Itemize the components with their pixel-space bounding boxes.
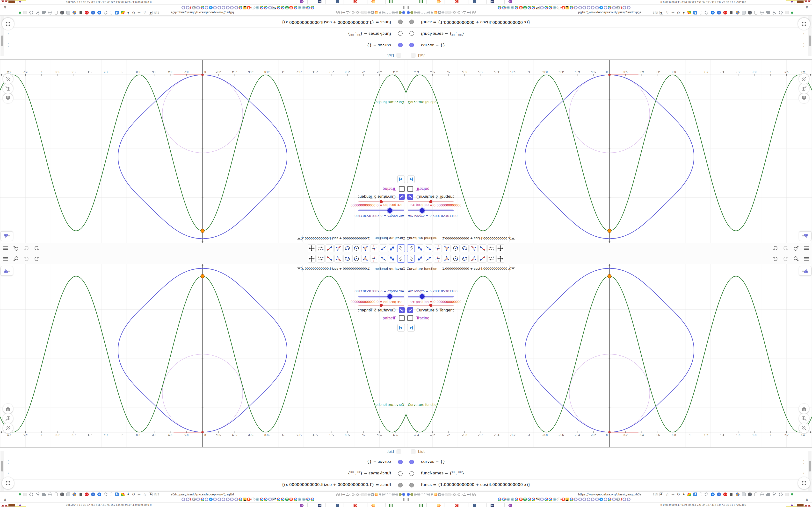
tool-move-button[interactable] [407,255,415,263]
bookmark-ya-icon[interactable]: Я [290,498,293,501]
visibility-toggle-icon[interactable] [398,31,403,36]
nav-trash-icon[interactable] [729,11,733,14]
visibility-toggle-icon[interactable] [409,19,414,24]
bookmark-flw-icon[interactable] [627,498,630,501]
bookmark-flw-icon[interactable] [213,498,217,501]
bookmark-flw-icon[interactable] [578,6,582,9]
dock-camera-button[interactable] [332,0,343,4]
nav-sphere-icon[interactable] [735,493,740,496]
bookmark-flw-icon[interactable] [213,6,217,9]
nav-folder-icon[interactable] [463,11,466,14]
nav-dot-icon[interactable] [451,12,453,13]
bookmark-G-icon[interactable] [239,6,242,9]
bookmark-G-icon[interactable] [260,498,263,501]
kebab-menu-icon[interactable]: ⋮ [802,42,806,48]
bookmark-G-icon[interactable] [527,6,531,9]
algebra-row[interactable]: funcs = {1.000000000000 + cos(4.00000000… [406,479,812,491]
nav-dot-icon[interactable] [349,12,351,13]
nav-marker-icon[interactable] [121,493,124,496]
nav-globe-big-icon[interactable] [760,11,764,15]
nav-gear-icon[interactable] [371,493,374,496]
bookmark-pic-icon[interactable] [243,498,247,501]
bookmark-flw-icon[interactable] [604,6,607,9]
arc-length-slider-label[interactable]: Arc length = 6.283185307180 [408,289,457,293]
nav-globe-icon[interactable] [392,493,395,496]
nav-globe-icon[interactable] [414,11,417,14]
nav-back-icon[interactable]: ← [467,11,470,14]
tool-perpendicular-button[interactable] [434,244,442,252]
tool-move-button[interactable] [397,255,405,263]
collapse-chevron-icon[interactable]: ∧ [806,497,808,502]
bookmark-G-icon[interactable] [294,6,297,9]
scrollbar-thumb[interactable] [1,36,3,46]
arc-position-slider[interactable] [408,305,454,306]
checkbox-checked-icon[interactable] [407,307,413,313]
dock-owl-button[interactable] [296,503,308,507]
bookmark-wiki-icon[interactable] [302,498,306,501]
nav-arc-icon[interactable] [420,493,423,496]
tool-angle-button[interactable]: a [335,244,343,252]
menu-icon[interactable] [803,256,810,262]
nav-sq-icon[interactable] [356,494,359,496]
tool-point-button[interactable]: A [388,244,396,252]
nav-tcp-icon[interactable]: TCP [723,493,727,496]
nav-globe-icon[interactable] [367,493,370,496]
bookmark-coin-icon[interactable]: S [192,6,196,9]
nav-globe-icon[interactable] [382,11,385,14]
bookmark-info-icon[interactable]: i [557,498,561,501]
nav-gear-icon[interactable] [438,493,441,496]
kebab-menu-icon[interactable]: ⋮ [802,459,806,465]
nav-globe-icon[interactable] [367,11,370,14]
bookmark-flw-icon[interactable] [578,498,582,501]
nav-marker-icon[interactable] [688,11,691,14]
bookmark-f-icon[interactable]: f [621,498,622,501]
arc-length-slider[interactable] [358,296,404,297]
dock-owl-button[interactable] [296,0,308,4]
bookmark-tree-icon[interactable]: V [285,6,289,9]
list-collapse-button[interactable]: − [411,53,415,57]
bookmark-wiki-icon[interactable] [553,6,557,9]
bookmark-flw-icon[interactable] [574,498,577,501]
tool-line-button[interactable] [425,244,433,252]
tool-reflect-button[interactable] [478,255,487,263]
nav-down-icon[interactable]: ↓ [91,11,95,15]
arc-length-slider-thumb[interactable] [388,294,392,299]
zoom-out-button[interactable] [799,74,809,84]
checkbox-unchecked-icon[interactable] [399,315,405,321]
dock-red-gear-button[interactable] [451,503,462,507]
bookmark-flw-icon[interactable] [235,498,238,501]
bookmark-chat-icon[interactable]: ▪ [599,498,603,501]
arc-position-slider[interactable] [358,201,404,202]
algebra-row[interactable]: funcNames = {"", ""}⋮ [0,468,406,479]
tool-conic-button[interactable] [461,255,469,263]
nav-firefox-icon[interactable] [434,493,438,496]
tool-point-button[interactable]: A [388,255,396,263]
tool-circle-button[interactable] [452,255,460,263]
bookmark-G-icon[interactable] [545,6,548,9]
zoom-in-button[interactable] [3,83,13,94]
bookmark-flw-icon[interactable] [230,6,234,9]
nav-plus-icon[interactable]: + [97,11,101,15]
bookmark-coin-icon[interactable]: S [192,498,196,501]
arc-length-slider-thumb[interactable] [420,208,424,213]
undo-icon[interactable] [772,256,778,262]
fullscreen-button[interactable] [2,477,14,489]
nav-gear-big-icon[interactable] [29,493,33,496]
bookmark-coin-icon[interactable]: S [616,6,620,9]
algebra-row-text[interactable]: curves = {} [421,43,445,48]
visibility-toggle-icon[interactable] [398,19,403,24]
caret-down-icon[interactable] [511,268,515,270]
nav-dot-icon[interactable] [359,494,361,495]
nav-firefox-icon[interactable] [374,493,378,496]
search-icon[interactable] [793,245,799,251]
arc-position-slider-label[interactable]: arc position = 0.000000000000 [350,300,402,304]
bookmark-flw-icon[interactable] [595,498,599,501]
nav-globe-icon[interactable] [427,11,430,14]
pause-bars-icon[interactable] [403,498,406,501]
bookmark-flw-icon[interactable] [222,6,225,9]
tool-polygon-button[interactable] [361,244,369,252]
tool-reflect-button[interactable] [325,255,334,263]
visibility-toggle-icon[interactable] [398,471,403,476]
scrollbar-thumb[interactable] [809,36,811,46]
nav-thumb-icon[interactable] [42,493,46,496]
